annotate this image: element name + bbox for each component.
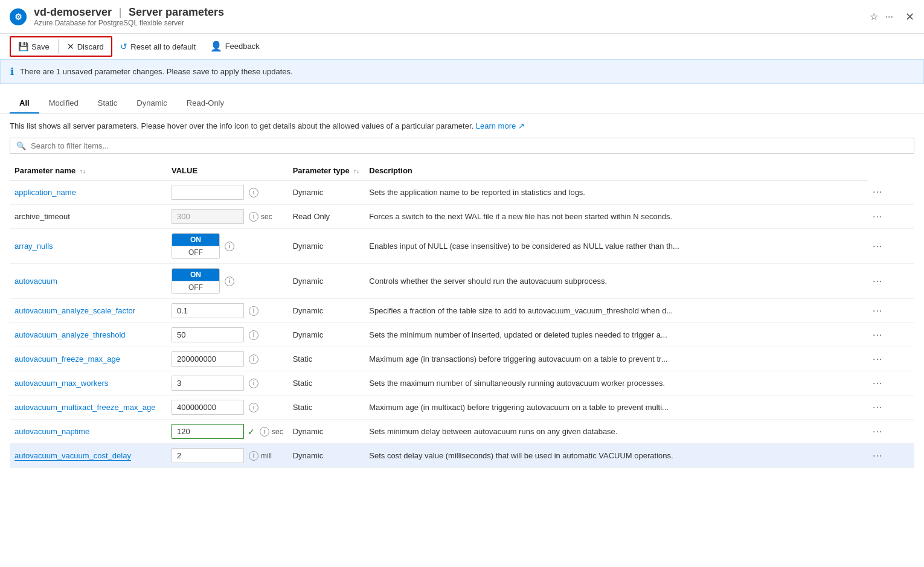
toggle-off-label[interactable]: OFF [172, 281, 219, 293]
toggle-array-nulls[interactable]: ON OFF [172, 233, 220, 259]
close-icon[interactable]: ✕ [905, 10, 914, 24]
param-value-cell: ON OFF i [167, 264, 288, 299]
param-name-cell: archive_timeout [10, 205, 167, 229]
more-options-icon[interactable]: ··· [873, 241, 882, 251]
favorite-icon[interactable]: ☆ [870, 11, 878, 22]
more-options-icon[interactable]: ··· [873, 187, 882, 197]
info-circle-icon[interactable]: i [249, 354, 258, 364]
feedback-button[interactable]: 👤 Feedback [204, 37, 266, 55]
reset-button[interactable]: ↺ Reset all to default [114, 39, 202, 54]
info-circle-icon[interactable]: i [249, 379, 258, 388]
param-value-cell: i [167, 371, 288, 396]
save-button[interactable]: 💾 Save [12, 39, 56, 54]
tab-readonly[interactable]: Read-Only [177, 94, 234, 114]
param-name-static: archive_timeout [14, 212, 70, 221]
value-input[interactable] [172, 376, 244, 391]
table-row: application_name i Dynamic Sets the appl… [10, 181, 914, 205]
more-options-icon[interactable]: ··· [873, 450, 882, 461]
tab-dynamic[interactable]: Dynamic [127, 94, 177, 114]
more-options-icon[interactable]: ··· [873, 330, 882, 340]
info-circle-icon[interactable]: i [249, 188, 258, 197]
param-more-cell: ··· [868, 323, 914, 347]
value-input[interactable] [172, 327, 244, 342]
more-options-icon[interactable]: ··· [873, 306, 882, 316]
param-name-cell: autovacuum_max_workers [10, 371, 167, 396]
col-header-value: VALUE [167, 161, 288, 181]
param-desc-cell: Sets the maximum number of simultaneousl… [364, 371, 868, 396]
param-desc-cell: Forces a switch to the next WAL file if … [364, 205, 868, 229]
learn-more-link[interactable]: Learn more ↗ [476, 121, 525, 130]
param-link[interactable]: autovacuum_analyze_scale_factor [14, 306, 135, 315]
search-bar: 🔍 [10, 138, 914, 154]
col-header-param-name[interactable]: Parameter name ↑↓ [10, 161, 167, 181]
save-icon: 💾 [18, 42, 28, 51]
toggle-on-label[interactable]: ON [172, 234, 219, 246]
tab-modified[interactable]: Modified [39, 94, 88, 114]
header-page-title: Server parameters [129, 6, 224, 18]
tab-all[interactable]: All [10, 94, 39, 114]
col-header-param-type[interactable]: Parameter type ↑↓ [288, 161, 365, 181]
tab-static[interactable]: Static [88, 94, 127, 114]
param-link[interactable]: autovacuum_max_workers [14, 379, 108, 388]
param-link[interactable]: autovacuum [14, 277, 57, 286]
toggle-off-label[interactable]: OFF [172, 246, 219, 258]
sort-param-name-icon[interactable]: ↑↓ [80, 168, 86, 175]
value-input[interactable] [172, 185, 244, 200]
more-options-icon[interactable]: ··· [873, 402, 882, 412]
more-options-icon[interactable]: ··· [885, 11, 893, 22]
param-type-cell: Dynamic [288, 323, 365, 347]
info-circle-icon[interactable]: i [249, 306, 258, 316]
param-more-cell: ··· [868, 181, 914, 205]
param-type-cell: Static [288, 371, 365, 396]
value-input[interactable] [172, 351, 244, 367]
info-circle-icon[interactable]: i [260, 427, 269, 437]
param-link[interactable]: array_nulls [14, 242, 53, 251]
param-more-cell: ··· [868, 264, 914, 299]
param-link[interactable]: autovacuum_naptime [14, 427, 89, 436]
unit-text: mill [261, 452, 272, 460]
search-icon: 🔍 [16, 141, 26, 150]
discard-button[interactable]: ✕ Discard [61, 39, 110, 54]
table-header: Parameter name ↑↓ VALUE Parameter type ↑… [10, 161, 914, 181]
param-value-cell: i [167, 396, 288, 420]
tabs-container: All Modified Static Dynamic Read-Only [0, 94, 924, 114]
parameters-table: Parameter name ↑↓ VALUE Parameter type ↑… [10, 161, 914, 468]
param-desc-cell: Sets the application name to be reported… [364, 181, 868, 205]
more-options-icon[interactable]: ··· [873, 378, 882, 388]
table-row: autovacuum_analyze_threshold i Dynamic S… [10, 323, 914, 347]
description-body: This list shows all server parameters. P… [10, 121, 473, 130]
param-link[interactable]: autovacuum_multixact_freeze_max_age [14, 403, 155, 412]
param-more-cell: ··· [868, 347, 914, 371]
info-message: There are 1 unsaved parameter changes. P… [20, 67, 293, 76]
param-type-cell: Dynamic [288, 229, 365, 264]
value-input[interactable] [172, 303, 244, 318]
table-body: application_name i Dynamic Sets the appl… [10, 181, 914, 468]
sort-param-type-icon[interactable]: ↑↓ [353, 168, 359, 175]
value-input[interactable] [172, 424, 244, 439]
param-type-cell: Dynamic [288, 420, 365, 444]
param-type-cell: Read Only [288, 205, 365, 229]
more-options-icon[interactable]: ··· [873, 211, 882, 222]
info-circle-icon[interactable]: i [225, 242, 234, 251]
info-circle-icon[interactable]: i [249, 330, 258, 340]
search-input[interactable] [31, 141, 908, 150]
more-options-icon[interactable]: ··· [873, 354, 882, 364]
col-header-description: Description [364, 161, 868, 181]
info-circle-icon[interactable]: i [225, 277, 234, 286]
table-row: autovacuum_analyze_scale_factor i Dynami… [10, 299, 914, 323]
info-circle-icon[interactable]: i [249, 212, 258, 222]
more-options-icon[interactable]: ··· [873, 276, 882, 286]
param-link[interactable]: autovacuum_analyze_threshold [14, 330, 126, 339]
toggle-autovacuum[interactable]: ON OFF [172, 268, 220, 294]
toggle-on-label[interactable]: ON [172, 269, 219, 281]
param-link[interactable]: application_name [14, 188, 76, 197]
more-options-icon[interactable]: ··· [873, 426, 882, 437]
param-type-cell: Dynamic [288, 264, 365, 299]
param-link[interactable]: autovacuum_freeze_max_age [14, 354, 120, 364]
value-input[interactable] [172, 400, 244, 415]
param-link[interactable]: autovacuum_vacuum_cost_delay [14, 451, 131, 461]
info-circle-icon[interactable]: i [249, 451, 258, 461]
value-input[interactable] [172, 448, 244, 463]
param-value-cell: i mill [167, 444, 288, 468]
info-circle-icon[interactable]: i [249, 403, 258, 412]
